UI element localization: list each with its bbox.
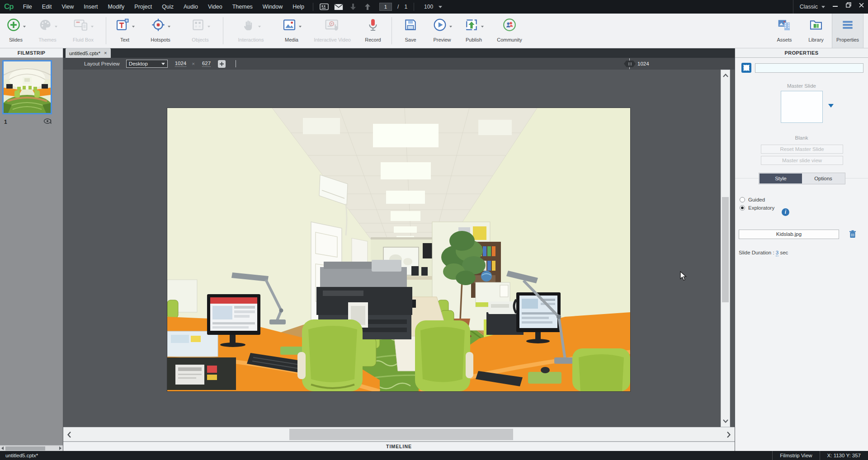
image-name-field[interactable]: Kidslab.jpg [739, 230, 839, 239]
chevron-down-icon[interactable] [132, 26, 135, 28]
chevron-down-icon[interactable] [299, 26, 302, 28]
chevron-down-icon[interactable] [449, 26, 452, 28]
current-slide-input[interactable]: 1 [379, 3, 392, 11]
exploratory-radio-row[interactable]: Exploratory [740, 205, 774, 211]
toolbar-interactive-video-button[interactable]: Interactive Video [307, 14, 357, 48]
master-slide-dropdown-caret-icon[interactable] [828, 104, 834, 108]
toolbar-fluid-box-button[interactable]: Fluid Box [63, 14, 103, 48]
toolbar-properties-button[interactable]: Properties [832, 14, 863, 48]
slide-number-label: 1 [4, 119, 7, 125]
zoom-level-value[interactable]: 100 [418, 4, 435, 10]
scroll-down-arrow-icon[interactable] [721, 417, 730, 426]
zoom-plus-button[interactable] [218, 60, 226, 68]
toolbar-preview-button[interactable]: Preview [426, 14, 458, 48]
chevron-down-icon [258, 26, 261, 28]
menu-help[interactable]: Help [288, 0, 309, 14]
stage-height-field[interactable]: 627 [202, 61, 211, 67]
master-slide-thumbnail[interactable] [781, 91, 823, 123]
width-slider[interactable]: 1024 [624, 58, 649, 70]
info-icon[interactable]: i [782, 208, 789, 216]
toolbar-objects-button[interactable]: Objects [180, 14, 220, 48]
menu-audio[interactable]: Audio [179, 0, 203, 14]
document-tab[interactable]: untitled5.cptx* × [66, 48, 111, 58]
close-button[interactable] [855, 0, 868, 10]
scroll-left-arrow-icon[interactable] [1, 446, 4, 450]
reset-master-slide-button[interactable]: Reset Master Slide [761, 145, 843, 154]
chevron-down-icon[interactable] [23, 26, 26, 28]
slide-360-indicator-icon [43, 118, 52, 126]
notes-display-icon[interactable] [318, 2, 330, 11]
right-mouse [541, 367, 550, 373]
master-slide-view-button[interactable]: Master slide view [761, 156, 843, 165]
exploratory-radio-button[interactable] [740, 205, 745, 211]
scroll-left-arrow-icon[interactable] [63, 427, 75, 442]
filmstrip-panel-header[interactable]: FILMSTRIP [0, 48, 63, 58]
statusbar-view-mode[interactable]: Filmstrip View [772, 451, 819, 460]
scroll-right-arrow-icon[interactable] [59, 446, 61, 450]
slide-duration-label: Slide Duration : [739, 250, 774, 255]
mail-icon[interactable] [333, 2, 344, 11]
canvas-horizontal-scrollbar[interactable] [63, 427, 735, 441]
toolbar-hotspots-button[interactable]: Hotspots [141, 14, 180, 48]
menu-video[interactable]: Video [203, 0, 227, 14]
scroll-right-arrow-icon[interactable] [723, 427, 735, 442]
globe [481, 271, 492, 282]
toolbar-themes-button[interactable]: Themes [32, 14, 63, 48]
tab-close-icon[interactable]: × [104, 51, 107, 56]
toolbar-interactions-button[interactable]: Interactions [226, 14, 276, 48]
horizontal-scrollbar-thumb[interactable] [289, 429, 513, 440]
menu-insert[interactable]: Insert [79, 0, 103, 14]
delete-image-icon[interactable] [849, 230, 856, 239]
workspace-caret-icon[interactable] [821, 6, 825, 8]
filmstrip-horizontal-scrollbar[interactable] [0, 445, 63, 451]
menu-modify[interactable]: Modify [103, 0, 130, 14]
toolbar-slides-button[interactable]: Slides [0, 14, 32, 48]
tab-style[interactable]: Style [760, 174, 802, 183]
slide-number-separator: / [395, 4, 401, 10]
chevron-down-icon[interactable] [481, 26, 484, 28]
toolbar-right-group: Assets Library Properties [769, 14, 868, 48]
menu-themes[interactable]: Themes [227, 0, 258, 14]
next-slide-arrow-icon[interactable] [362, 2, 373, 11]
previous-slide-arrow-icon[interactable] [347, 2, 359, 11]
menu-project[interactable]: Project [129, 0, 157, 14]
toolbar-text-button[interactable]: Text [109, 14, 141, 48]
guided-radio-button[interactable] [740, 197, 745, 202]
slide-name-input[interactable] [755, 63, 863, 73]
toolbar-media-button[interactable]: Media [276, 14, 307, 48]
filmstrip-scrollbar-thumb[interactable] [5, 446, 45, 451]
toolbar-record-button[interactable]: Record [357, 14, 389, 48]
menu-file[interactable]: File [18, 0, 37, 14]
chevron-down-icon[interactable] [168, 26, 170, 28]
slider-handle[interactable] [624, 61, 636, 67]
preview-play-icon [433, 18, 447, 34]
filmstrip-slide-thumbnail[interactable] [2, 60, 52, 114]
toolbar-publish-button[interactable]: Publish [458, 14, 490, 48]
vertical-scrollbar-thumb[interactable] [722, 197, 729, 302]
device-preview-dropdown[interactable]: Desktop [126, 60, 168, 68]
restore-button[interactable] [842, 0, 855, 10]
zoom-dropdown-caret-icon[interactable] [439, 6, 442, 8]
stage-width-field[interactable]: 1024 [175, 61, 187, 67]
toolbar-assets-button[interactable]: Assets [769, 14, 800, 48]
properties-panel: PROPERTIES Master Slide Blank Reset Mast… [735, 48, 868, 451]
minimize-button[interactable] [829, 0, 842, 10]
stage-canvas[interactable] [63, 70, 735, 427]
menu-edit[interactable]: Edit [37, 0, 57, 14]
toolbar-community-button[interactable]: Community [490, 14, 529, 48]
menu-view[interactable]: View [57, 0, 79, 14]
scroll-up-arrow-icon[interactable] [721, 71, 730, 80]
timeline-panel-header[interactable]: TIMELINE [63, 441, 735, 451]
tab-options[interactable]: Options [802, 174, 844, 183]
slide-360-image-object[interactable] [167, 108, 630, 391]
menu-quiz[interactable]: Quiz [157, 0, 179, 14]
guided-radio-row[interactable]: Guided [740, 197, 765, 202]
toolbar-save-button[interactable]: Save [395, 14, 426, 48]
menu-window[interactable]: Window [258, 0, 288, 14]
canvas-vertical-scrollbar[interactable] [721, 70, 730, 427]
properties-panel-header[interactable]: PROPERTIES [735, 48, 868, 58]
slide-duration-value[interactable]: 3 [776, 250, 778, 256]
workspace-selector[interactable]: Classic [793, 0, 818, 14]
toolbar-library-button[interactable]: Library [800, 14, 832, 48]
chevron-down-icon [208, 26, 210, 28]
